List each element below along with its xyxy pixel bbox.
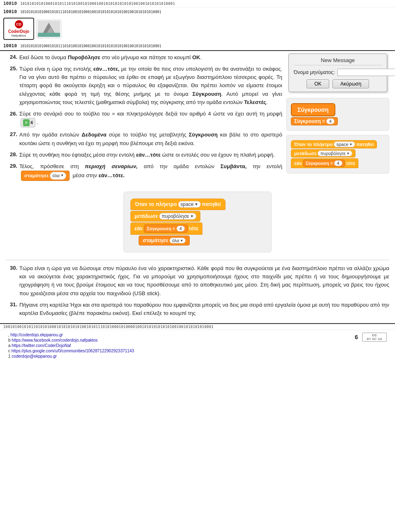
footer-links: , http://coderdojo.ekppanou.gr b https:/…: [8, 333, 134, 359]
ean-block-right: εάν Σύγκρουση = 4 τότε: [291, 158, 358, 168]
footer-url-3[interactable]: https://twitter.com/CoderDojoNaf: [12, 343, 71, 348]
svg-rect-3: [38, 33, 60, 37]
step-25-text: Τώρα είναι η ώρα της εντολής εάν…τότε, μ…: [19, 65, 282, 106]
center-space-label: space: [181, 201, 194, 207]
footer: , http://coderdojo.ekppanou.gr b https:/…: [0, 330, 395, 362]
step-28-num: 28.: [6, 151, 17, 157]
center-condition: Σύγκρουση = 4: [144, 224, 188, 233]
event-label-r: Όταν το πλήκτρο: [294, 142, 332, 147]
center-metadose-row: μετάδωσε πυροβόλησε ▼: [130, 211, 265, 222]
sygkrousi-eq-sign: =: [322, 118, 325, 124]
center-patithei: πατηθεί: [202, 201, 221, 207]
lower-steps-area: 30. Τώρα είναι η ώρα για να δώσουμε στον…: [0, 262, 395, 323]
link-prefix-4: c: [8, 349, 10, 353]
header-binary-row-2: 10010 1010101010100010101110101001010001…: [3, 43, 392, 49]
footer-url-4[interactable]: https://plus.google.com/u/0/communities/…: [12, 349, 134, 353]
sygkrousi-eq-block: Σύγκρουση = 4: [291, 117, 338, 125]
sygkrousi-num[interactable]: 4: [326, 118, 335, 124]
step-25: 25. Τώρα είναι η ώρα της εντολής εάν…τότ…: [6, 65, 282, 106]
step-29-num: 29.: [6, 162, 17, 169]
metadose-block-right: μετάδωσε πυροβόλησε ▼: [291, 149, 356, 157]
center-stamatise-row: σταμάτησε όλα ▼: [130, 236, 265, 245]
ola-label-inline: όλα: [52, 172, 60, 179]
cc-text: CC BY NC SA: [367, 333, 382, 341]
step-30-text: Τώρα είναι η ώρα για να δώσουμε στον πύρ…: [19, 264, 389, 298]
link-prefix-1: ,: [8, 333, 9, 337]
center-ean-label: εάν: [135, 226, 143, 231]
space-label-r: space: [336, 142, 348, 147]
step-28: 28. Σύρε τη συνθήκη που έφτιαξες μέσα στ…: [6, 151, 282, 159]
step-27-text: Από την ομάδα εντολών Δεδομένα σύρε το τ…: [19, 131, 282, 147]
footer-link-2: b https://www.facebook.com/coderdojo.naf…: [8, 338, 134, 342]
link-prefix-5: 1: [8, 354, 11, 359]
footer-url-1[interactable]: http://coderdojo.ekppanou.gr: [11, 333, 63, 337]
dropdown-arrow-inline: ▼: [60, 173, 64, 178]
header-binary-1: 1010101010100010101110101001010001001010…: [20, 10, 161, 14]
dialog-title: New Message: [294, 57, 382, 65]
sygkrousi-eq-row: Σύγκρουση = 4: [291, 117, 385, 125]
step-31-text: Πήγαινε στη καρτέλα Ήχοι και στα αριστερ…: [19, 301, 389, 317]
header-num-1: 10010: [3, 9, 17, 14]
stamatise-inline-block: σταμάτησε όλα ▼: [21, 171, 70, 181]
center-num[interactable]: 4: [177, 226, 185, 231]
center-stamatise-label: σταμάτησε: [143, 238, 168, 243]
step-28-text: Σύρε τη συνθήκη που έφτιαξες μέσα στην ε…: [19, 151, 282, 159]
center-ean-row: εάν Σύγκρουση = 4 τότε: [130, 222, 265, 235]
center-ola-dd[interactable]: όλα ▼: [170, 238, 186, 243]
stamatise-label: σταμάτησε: [24, 172, 49, 180]
dialog-buttons: OK Ακύρωση: [294, 79, 382, 88]
text-column: 24. Εκεί δώσε το όνομα Πυροβόλησε στο νέ…: [6, 53, 286, 184]
center-pyrovol-arrow: ▼: [190, 214, 194, 218]
footer-link-3: a https://twitter.com/CoderDojoNaf: [8, 343, 134, 348]
center-sygkrousi: Σύγκρουση: [147, 226, 171, 231]
coder-dojo-circle: CD: [15, 20, 23, 28]
center-scratch-block: Όταν το πλήκτρο space ▼ πατηθεί μετάδωσε…: [123, 192, 272, 252]
pyrovol-dd-right[interactable]: πυροβόλησε ▼: [318, 150, 352, 156]
space-dd-right[interactable]: space ▼: [334, 141, 355, 147]
footer-link-1: , http://coderdojo.ekppanou.gr: [8, 333, 134, 337]
step-27-num: 27.: [6, 131, 17, 137]
center-event-row: Όταν το πλήκτρο space ▼ πατηθεί: [130, 199, 265, 210]
step-27: 27. Από την ομάδα εντολών Δεδομένα σύρε …: [6, 131, 282, 147]
logo-area: CD CoderDojo Nafpaktos: [3, 18, 392, 40]
header-num-2: 10010: [3, 43, 17, 49]
center-space-arrow: ▼: [195, 202, 198, 206]
ean-label-r: εάν: [294, 161, 302, 166]
center-space-dd[interactable]: space ▼: [178, 201, 201, 208]
top-number-label: 10010: [3, 1, 17, 6]
step-30-num: 30.: [6, 264, 17, 271]
center-tote: τότε: [189, 226, 198, 231]
center-scratch-wrapper: Όταν το πλήκτρο space ▼ πατηθεί μετάδωσε…: [0, 187, 395, 257]
cc-logo: CC BY NC SA: [362, 333, 387, 342]
num-cond-r[interactable]: 4: [334, 160, 342, 166]
center-seq: Όταν το πλήκτρο space ▼ πατηθεί μετάδωσε…: [130, 199, 265, 245]
header-binary-2: 1010101010100010101110101001010001001010…: [20, 44, 161, 48]
dialog-cancel-button[interactable]: Ακύρωση: [332, 79, 369, 88]
dialog-name-input[interactable]: [337, 69, 395, 76]
step-26: 26. Σύρε στο σενάριό σου το τούβλο του =…: [6, 110, 282, 128]
step-30: 30. Τώρα είναι η ώρα για να δώσουμε στον…: [6, 264, 389, 298]
step-26-text: Σύρε στο σενάριό σου το τούβλο του = και…: [19, 110, 282, 128]
link-prefix-2: b: [8, 338, 11, 342]
right-scratch-ean-tote: Όταν το πλήκτρο space ▼ πατηθεί μετάδωσε…: [286, 135, 389, 173]
step-29-text: Τέλος, πρόσθεσε στη περιοχή σεναρίων, απ…: [19, 162, 282, 181]
center-stamatise-block: σταμάτησε όλα ▼: [139, 236, 190, 245]
mountain-logo: [37, 20, 61, 38]
footer-url-5[interactable]: coderdojo@ekppanou.gr: [12, 354, 57, 359]
nafpaktos-label: Nafpaktos: [11, 34, 26, 37]
step-24-num: 24.: [6, 53, 17, 60]
ola-dropdown-inline[interactable]: όλα ▼: [50, 172, 66, 180]
metadose-row-right: μετάδωσε πυροβόλησε ▼: [291, 149, 385, 157]
condition-right: Σύγκρουση = 4: [303, 160, 345, 167]
dialog-ok-button[interactable]: OK: [307, 79, 329, 88]
center-pyrovol-dd[interactable]: πυροβόλησε ▼: [159, 213, 196, 220]
cc-license-text: BY NC SA: [367, 337, 382, 341]
sygkrousi-eq-label: Σύγκρουση: [294, 118, 321, 124]
eq-cond-r: =: [330, 161, 333, 166]
sygkrousi-cond-r: Σύγκρουση: [306, 161, 329, 166]
dialog-field-label: Όνομα μηνύματος:: [294, 69, 335, 75]
pyrovol-label-r: πυροβόλησε: [320, 151, 346, 156]
sygkrousi-big-block: Σύγκρουση: [291, 103, 335, 116]
footer-url-2[interactable]: https://www.facebook.com/coderdojo.nafpa…: [12, 338, 98, 342]
header-left-section: 10010 1010101010100010101110101001010001…: [3, 9, 392, 49]
